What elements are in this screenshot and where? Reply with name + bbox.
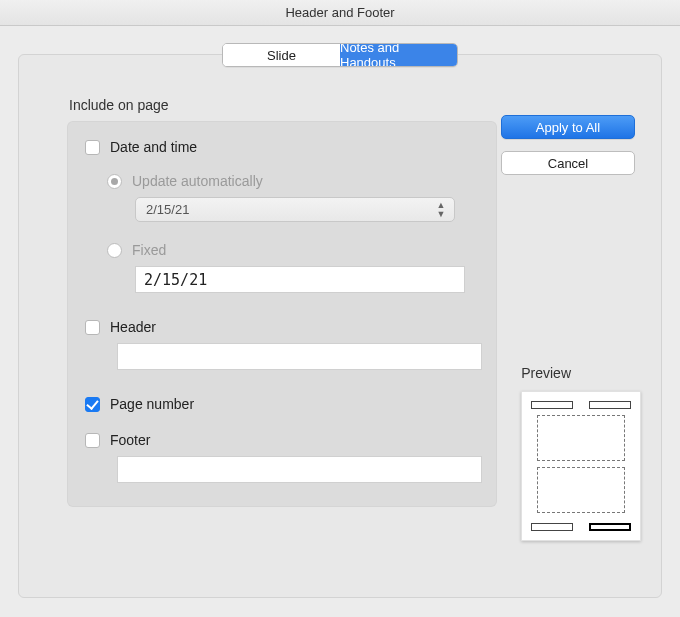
update-auto-radio[interactable] xyxy=(107,174,122,189)
header-row[interactable]: Header xyxy=(85,319,479,335)
date-time-checkbox[interactable] xyxy=(85,140,100,155)
date-format-value: 2/15/21 xyxy=(146,202,189,217)
page-number-row[interactable]: Page number xyxy=(85,396,479,412)
apply-to-all-button[interactable]: Apply to All xyxy=(501,115,635,139)
chevron-updown-icon: ▲▼ xyxy=(434,201,448,218)
tab-slide[interactable]: Slide xyxy=(223,44,340,66)
tab-notes-handouts[interactable]: Notes and Handouts xyxy=(340,44,457,66)
date-time-label: Date and time xyxy=(110,139,197,155)
update-auto-row[interactable]: Update automatically xyxy=(107,173,479,189)
section-label-include: Include on page xyxy=(69,97,643,113)
cancel-button[interactable]: Cancel xyxy=(501,151,635,175)
fixed-date-input[interactable]: 2/15/21 xyxy=(135,266,465,293)
window-title: Header and Footer xyxy=(0,0,680,26)
footer-row[interactable]: Footer xyxy=(85,432,479,448)
header-input[interactable] xyxy=(117,343,482,370)
update-auto-label: Update automatically xyxy=(132,173,263,189)
fixed-radio[interactable] xyxy=(107,243,122,258)
action-buttons: Apply to All Cancel xyxy=(501,115,641,187)
footer-checkbox[interactable] xyxy=(85,433,100,448)
page-number-label: Page number xyxy=(110,396,194,412)
footer-input[interactable] xyxy=(117,456,482,483)
footer-label: Footer xyxy=(110,432,150,448)
tab-bar: Slide Notes and Handouts xyxy=(222,43,458,67)
fixed-label: Fixed xyxy=(132,242,166,258)
date-format-select[interactable]: 2/15/21 ▲▼ xyxy=(135,197,455,222)
preview-label: Preview xyxy=(521,365,571,381)
header-label: Header xyxy=(110,319,156,335)
page-number-checkbox[interactable] xyxy=(85,397,100,412)
preview-thumbnail xyxy=(521,391,641,541)
options-group: Date and time Update automatically 2/15/… xyxy=(67,121,497,507)
fixed-row[interactable]: Fixed xyxy=(107,242,479,258)
header-checkbox[interactable] xyxy=(85,320,100,335)
dialog-panel: Slide Notes and Handouts Include on page… xyxy=(18,54,662,598)
date-time-row[interactable]: Date and time xyxy=(85,139,479,155)
